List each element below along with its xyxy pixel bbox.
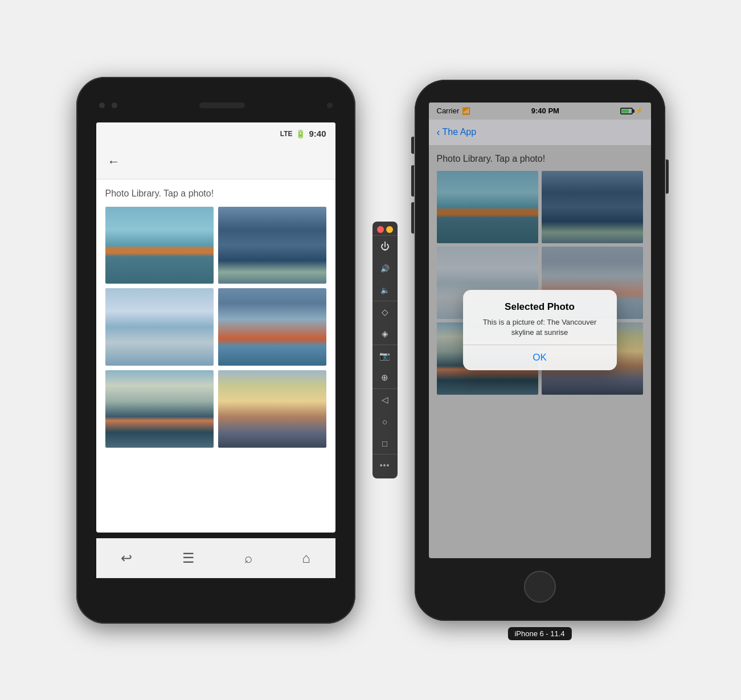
home-icon: ○: [382, 417, 387, 427]
toolbar-more-button[interactable]: •••: [372, 455, 398, 476]
toolbar-recents-button[interactable]: □: [372, 432, 398, 454]
toolbar-power-button[interactable]: ⏻: [372, 236, 398, 257]
android-status-bar: LTE 🔋 9:40: [96, 122, 335, 145]
toolbar-volume-up-button[interactable]: 🔊: [372, 257, 398, 279]
android-photo-4[interactable]: [218, 288, 326, 366]
toolbar-window-controls: [372, 224, 398, 235]
android-search-nav-icon[interactable]: ⌕: [244, 550, 252, 566]
alert-message: This is a picture of: The Vancouver skyl…: [472, 317, 608, 338]
android-photo-3[interactable]: [105, 288, 214, 366]
toolbar-close-button[interactable]: [377, 226, 384, 233]
android-dot-left: [99, 103, 105, 108]
ios-screen: Carrier 📶 9:40 PM ⚡ ‹ The App: [429, 103, 651, 558]
android-subtitle: Photo Library. Tap a photo!: [105, 189, 326, 199]
camera-icon: 📷: [379, 351, 390, 361]
android-toolbar: ←: [96, 145, 335, 179]
ios-power-button: [666, 159, 669, 194]
android-top-bar: [76, 77, 355, 122]
android-photo-grid: [105, 207, 326, 448]
android-battery-icon: 🔋: [296, 129, 305, 138]
toolbar-rotate-right-button[interactable]: ◈: [372, 323, 398, 345]
toolbar-zoom-button[interactable]: ⊕: [372, 367, 398, 388]
power-icon: ⏻: [380, 241, 390, 252]
ios-device: Carrier 📶 9:40 PM ⚡ ‹ The App: [415, 80, 665, 621]
rotate-right-icon: ◈: [382, 329, 388, 339]
alert-overlay: Selected Photo This is a picture of: The…: [429, 103, 651, 558]
toolbar-minimize-button[interactable]: [386, 226, 393, 233]
android-menu-nav-icon[interactable]: ☰: [182, 550, 195, 566]
android-photo-5[interactable]: [105, 370, 214, 448]
ios-top-notch: [415, 80, 665, 97]
android-lte-label: LTE: [280, 130, 293, 138]
back-icon: ◁: [382, 395, 388, 405]
android-time: 9:40: [309, 129, 326, 138]
alert-ok-button[interactable]: OK: [463, 345, 617, 370]
zoom-icon: ⊕: [381, 372, 388, 383]
android-dot-right: [112, 103, 117, 108]
android-photo-1[interactable]: [105, 207, 214, 284]
volume-up-icon: 🔊: [380, 264, 390, 273]
toolbar-volume-down-button[interactable]: 🔈: [372, 279, 398, 301]
main-scene: LTE 🔋 9:40 ← Photo Library. Tap a photo!: [76, 77, 665, 624]
ios-device-label: iPhone 6 - 11.4: [507, 627, 571, 640]
android-device: LTE 🔋 9:40 ← Photo Library. Tap a photo!: [76, 77, 355, 624]
more-icon: •••: [380, 461, 390, 470]
android-screen: LTE 🔋 9:40 ← Photo Library. Tap a photo!: [96, 122, 335, 533]
android-back-nav-icon[interactable]: ↩: [121, 550, 132, 566]
ios-volume-up-button: [411, 165, 414, 197]
alert-title: Selected Photo: [472, 301, 608, 313]
toolbar-home-button[interactable]: ○: [372, 411, 398, 432]
android-photo-2[interactable]: [218, 207, 326, 284]
rotate-left-icon: ◇: [382, 307, 388, 317]
alert-content: Selected Photo This is a picture of: The…: [463, 290, 617, 345]
alert-dialog: Selected Photo This is a picture of: The…: [463, 290, 617, 370]
recents-icon: □: [382, 439, 387, 448]
ios-home-button[interactable]: [524, 571, 556, 603]
android-front-camera: [327, 103, 333, 108]
android-content-area: Photo Library. Tap a photo!: [96, 179, 335, 457]
ios-mute-button: [411, 137, 414, 154]
android-bottom-bar: [76, 578, 355, 624]
android-bottom-nav: ↩ ☰ ⌕ ⌂: [96, 538, 335, 578]
alert-buttons: OK: [463, 345, 617, 370]
toolbar-rotate-left-button[interactable]: ◇: [372, 301, 398, 323]
volume-down-icon: 🔈: [380, 286, 390, 294]
ios-volume-down-button: [411, 202, 414, 234]
ios-bottom-area: [524, 558, 556, 621]
android-photo-6[interactable]: [218, 370, 326, 448]
android-camera-area: [99, 103, 117, 108]
android-speaker: [199, 103, 245, 108]
toolbar-back-button[interactable]: ◁: [372, 389, 398, 411]
emulator-toolbar: ⏻ 🔊 🔈 ◇ ◈ 📷 ⊕ ◁ ○ □: [372, 222, 398, 478]
android-back-button[interactable]: ←: [108, 154, 120, 169]
android-home-nav-icon[interactable]: ⌂: [302, 550, 310, 566]
toolbar-screenshot-button[interactable]: 📷: [372, 345, 398, 367]
